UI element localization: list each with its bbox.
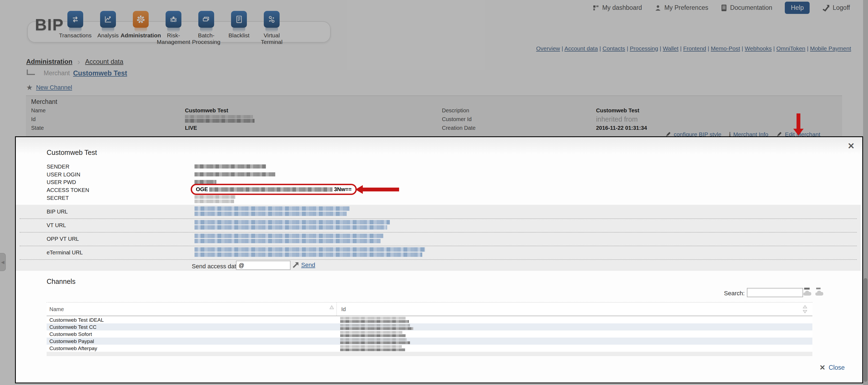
redacted-channel-id — [340, 327, 413, 330]
channel-name: Customweb Paypal — [50, 339, 94, 344]
modal-field-label: ACCESS TOKEN — [46, 187, 89, 193]
modal-close-x-icon[interactable]: ✕ — [847, 141, 855, 151]
redacted-channel-id — [340, 334, 406, 337]
dotted-separator — [20, 259, 857, 260]
close-x-icon: ✕ — [819, 363, 826, 372]
redacted-value — [194, 172, 275, 177]
table-row-customweb-test-ideal[interactable]: Customweb Test iDEAL — [46, 316, 812, 323]
redacted-url[interactable] — [194, 234, 383, 238]
channel-name: Customweb Sofort — [50, 331, 92, 337]
image-placeholder-icon[interactable] — [814, 287, 824, 297]
send-arrow-icon — [292, 261, 299, 268]
redacted-url[interactable] — [194, 239, 380, 243]
channels-table-body: Customweb Test iDEALCustomweb Test CCCus… — [46, 316, 812, 352]
close-label: Close — [829, 364, 845, 372]
dotted-separator — [20, 232, 857, 232]
redacted-url[interactable] — [194, 247, 425, 252]
url-field-label: VT URL — [46, 222, 66, 228]
redacted-url[interactable] — [194, 206, 349, 211]
redacted-url[interactable] — [194, 212, 347, 216]
sort-both-icon[interactable] — [803, 305, 807, 314]
channels-table: Name Id Customweb Test iDEALCustomweb Te… — [46, 302, 812, 356]
modal-title: Customweb Test — [46, 149, 97, 157]
redacted-channel-id — [340, 341, 410, 344]
image-placeholder-icon[interactable] — [803, 287, 812, 297]
annotation-highlight-oval: OGE3Nw== — [191, 184, 357, 195]
redacted-value — [194, 195, 236, 199]
modal-field-label: USER LOGIN — [46, 171, 80, 178]
column-separator — [336, 303, 337, 316]
redacted-value — [194, 164, 266, 168]
url-field-label: OPP VT URL — [46, 236, 79, 242]
access-token-suffix: 3Nw== — [334, 186, 351, 193]
channels-title: Channels — [46, 278, 75, 286]
table-row-customweb-afterpay[interactable]: Customweb Afterpay — [46, 345, 812, 352]
channel-name: Customweb Test iDEAL — [50, 317, 104, 323]
close-button[interactable]: ✕ Close — [819, 363, 845, 372]
access-token-prefix: OGE — [196, 186, 208, 193]
channel-name: Customweb Test CC — [50, 324, 97, 330]
redacted-url[interactable] — [194, 225, 387, 230]
redacted-url[interactable] — [194, 220, 390, 224]
send-label: Send — [301, 261, 315, 268]
redacted-value — [194, 180, 216, 184]
annotation-arrow-down — [793, 114, 804, 135]
channels-table-header: Name Id — [46, 302, 812, 316]
channels-table-footer — [46, 352, 812, 356]
dotted-separator — [20, 218, 857, 219]
column-header-name[interactable]: Name — [50, 306, 64, 313]
annotation-arrow-left — [355, 185, 399, 194]
redacted-channel-id — [340, 324, 410, 327]
modal-field-label: USER PWD — [46, 179, 76, 185]
dotted-separator — [20, 246, 857, 246]
url-field-label: eTerminal URL — [46, 250, 83, 256]
column-header-id[interactable]: Id — [341, 306, 346, 313]
redacted-token — [209, 187, 333, 192]
search-label: Search: — [724, 290, 745, 297]
redacted-channel-id — [340, 320, 409, 323]
send-access-data-input[interactable] — [236, 261, 290, 270]
url-section: BIP URLVT URLOPP VT URLeTerminal URL Sen… — [16, 205, 861, 271]
redacted-url[interactable] — [194, 253, 422, 257]
modal-field-label: SENDER — [46, 164, 69, 170]
redacted-value — [194, 200, 234, 203]
search-input[interactable] — [747, 288, 803, 297]
modal-field-label: SECRET — [46, 195, 69, 201]
redacted-channel-id — [340, 331, 402, 334]
channel-name: Customweb Afterpay — [50, 346, 97, 351]
send-access-data-label: Send access data — [192, 263, 240, 270]
redacted-channel-id — [340, 345, 402, 348]
redacted-channel-id — [340, 349, 405, 351]
sort-ascending-icon[interactable] — [329, 305, 334, 310]
merchant-info-modal: ✕ Customweb Test SENDERUSER LOGINUSER PW… — [15, 136, 863, 383]
redacted-channel-id — [340, 317, 406, 320]
table-row-customweb-paypal[interactable]: Customweb Paypal — [46, 338, 812, 345]
send-button[interactable]: Send — [292, 261, 315, 268]
redacted-channel-id — [340, 338, 407, 341]
table-row-customweb-test-cc[interactable]: Customweb Test CC — [46, 323, 812, 330]
search-icons — [803, 287, 824, 297]
url-field-label: BIP URL — [46, 208, 68, 215]
table-row-customweb-sofort[interactable]: Customweb Sofort — [46, 330, 812, 338]
